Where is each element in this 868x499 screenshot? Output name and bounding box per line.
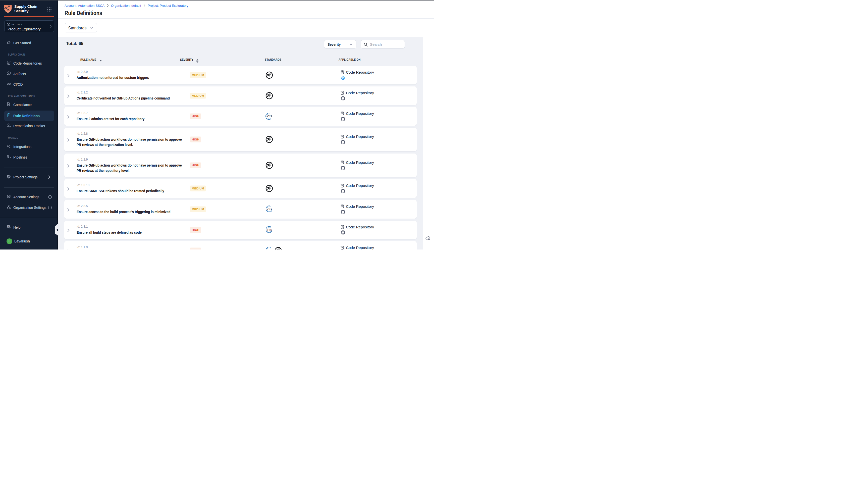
svg-text:CIS: CIS bbox=[267, 249, 272, 250]
svg-text:CIS: CIS bbox=[267, 208, 272, 211]
svg-text:CIS: CIS bbox=[267, 114, 272, 118]
svg-text:?: ? bbox=[8, 226, 9, 228]
svg-text:CIS: CIS bbox=[267, 228, 272, 231]
